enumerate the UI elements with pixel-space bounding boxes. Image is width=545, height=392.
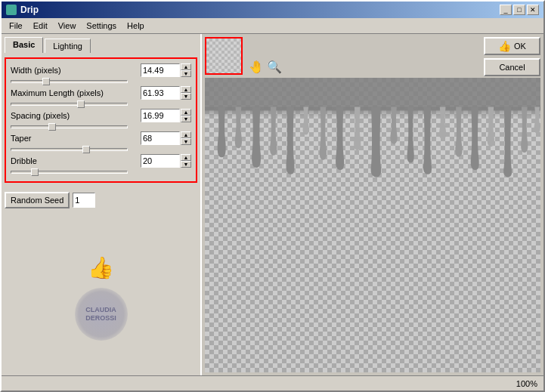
drips-svg [205, 78, 540, 184]
ok-thumb-icon: 👍 [498, 40, 511, 52]
menu-bar: File Edit View Settings Help [2, 18, 543, 34]
width-row: Width (pixels) ▲ ▼ [11, 63, 191, 77]
tab-lighting[interactable]: Lighting [45, 39, 91, 53]
max-length-slider[interactable] [11, 103, 128, 106]
hand-tool-icon[interactable]: 🤚 [249, 60, 264, 74]
width-slider-row [11, 80, 191, 83]
spacing-input-group: ▲ ▼ [141, 109, 191, 122]
dribble-input-group: ▲ ▼ [141, 154, 191, 168]
dribble-row: Dribble ▲ ▼ [11, 154, 191, 168]
max-length-slider-row [11, 103, 191, 106]
max-length-input[interactable] [141, 86, 180, 100]
spacing-slider[interactable] [11, 125, 128, 128]
preview-overlay [206, 39, 241, 73]
width-spin-up[interactable]: ▲ [181, 63, 191, 70]
taper-spin-down[interactable]: ▼ [181, 138, 191, 145]
width-spinner: ▲ ▼ [181, 63, 191, 77]
max-length-label: Maximum Length (pixels) [11, 88, 141, 97]
taper-row: Taper ▲ ▼ [11, 131, 191, 145]
tab-basic[interactable]: Basic [5, 37, 43, 53]
dribble-input[interactable] [141, 154, 180, 168]
dribble-spinner: ▲ ▼ [181, 154, 191, 168]
taper-slider-thumb[interactable] [82, 146, 90, 153]
random-seed-row: Random Seed [5, 192, 197, 208]
width-input-group: ▲ ▼ [141, 63, 191, 77]
taper-spin-up[interactable]: ▲ [181, 131, 191, 138]
preview-thumbnail [205, 37, 243, 75]
menu-settings[interactable]: Settings [82, 20, 121, 32]
width-label: Width (pixels) [11, 66, 141, 75]
watermark: CLAUDIA DEROSSI [75, 288, 128, 341]
tab-bar: Basic Lighting [5, 37, 197, 53]
random-seed-input[interactable] [73, 193, 95, 208]
spacing-spin-up[interactable]: ▲ [181, 109, 191, 116]
left-panel: Basic Lighting Width (pixels) ▲ ▼ [2, 34, 202, 375]
width-spin-down[interactable]: ▼ [181, 70, 191, 77]
thumb-up-icon: 👍 [88, 255, 114, 280]
cancel-button[interactable]: Cancel [484, 58, 540, 76]
width-input[interactable] [141, 63, 180, 77]
max-length-spinner: ▲ ▼ [181, 86, 191, 100]
taper-slider-row [11, 148, 191, 151]
minimize-button[interactable]: _ [500, 5, 512, 15]
dribble-slider-thumb[interactable] [31, 168, 39, 176]
zoom-level: 100% [516, 379, 537, 388]
menu-edit[interactable]: Edit [29, 20, 52, 32]
taper-label: Taper [11, 134, 141, 143]
taper-slider[interactable] [11, 148, 128, 151]
max-length-input-group: ▲ ▼ [141, 86, 191, 100]
spacing-slider-row [11, 125, 191, 128]
dribble-spin-down[interactable]: ▼ [181, 161, 191, 168]
spacing-row: Spacing (pixels) ▲ ▼ [11, 109, 191, 122]
zoom-tool-icon[interactable]: 🔍 [267, 60, 282, 74]
watermark-area: 👍 CLAUDIA DEROSSI [5, 208, 197, 372]
spacing-label: Spacing (pixels) [11, 111, 141, 120]
watermark-text-line2: DEROSSI [85, 314, 116, 323]
max-length-spin-up[interactable]: ▲ [181, 86, 191, 93]
app-icon [6, 5, 17, 15]
status-bar: 100% [2, 375, 543, 390]
watermark-text-line1: CLAUDIA [85, 306, 116, 314]
width-slider-thumb[interactable] [42, 78, 50, 85]
right-panel: 👍 OK Cancel 🤚 🔍 [202, 34, 543, 375]
spacing-spin-down[interactable]: ▼ [181, 116, 191, 122]
menu-file[interactable]: File [5, 20, 27, 32]
max-length-spin-down[interactable]: ▼ [181, 93, 191, 100]
params-box: Width (pixels) ▲ ▼ M [5, 57, 197, 183]
menu-view[interactable]: View [54, 20, 81, 32]
close-button[interactable]: ✕ [527, 5, 539, 15]
window-title: Drip [20, 5, 39, 15]
menu-help[interactable]: Help [122, 20, 149, 32]
dribble-spin-up[interactable]: ▲ [181, 154, 191, 161]
maximize-button[interactable]: □ [513, 5, 525, 15]
dribble-label: Dribble [11, 156, 141, 165]
canvas-area [205, 78, 540, 372]
width-slider[interactable] [11, 80, 128, 83]
random-seed-button[interactable]: Random Seed [5, 192, 70, 208]
spacing-slider-thumb[interactable] [48, 123, 56, 131]
dribble-slider-row [11, 171, 191, 174]
taper-input-group: ▲ ▼ [141, 131, 191, 145]
ok-button[interactable]: 👍 OK [484, 37, 540, 55]
taper-spinner: ▲ ▼ [181, 131, 191, 145]
preview-tools: 🤚 🔍 [249, 37, 282, 74]
title-bar: Drip _ □ ✕ [2, 2, 543, 18]
dribble-slider[interactable] [11, 171, 128, 174]
dialog-body: Basic Lighting Width (pixels) ▲ ▼ [2, 34, 543, 375]
spacing-input[interactable] [141, 109, 180, 122]
window-controls: _ □ ✕ [500, 5, 539, 15]
max-length-slider-thumb[interactable] [77, 100, 85, 108]
taper-input[interactable] [141, 131, 180, 145]
right-buttons: 👍 OK Cancel [484, 37, 540, 76]
spacing-spinner: ▲ ▼ [181, 109, 191, 122]
svg-rect-0 [205, 78, 540, 110]
max-length-row: Maximum Length (pixels) ▲ ▼ [11, 86, 191, 100]
